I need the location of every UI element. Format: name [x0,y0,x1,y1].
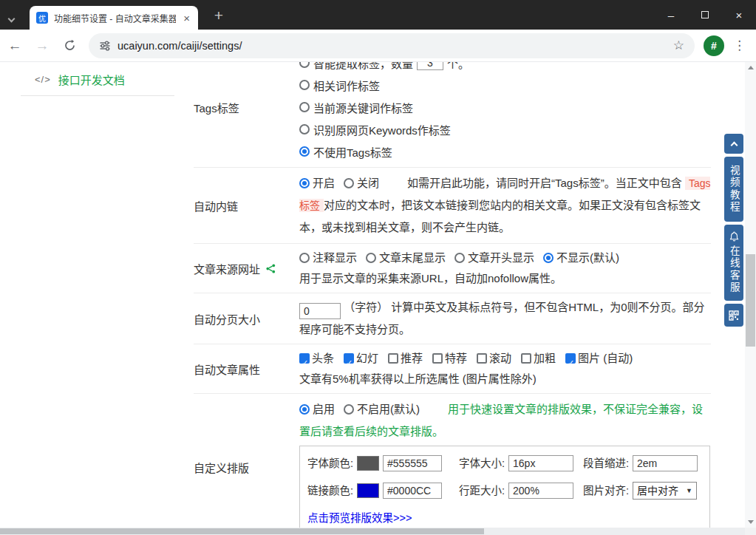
image-align-select[interactable]: 居中对齐 ▼ [633,482,697,500]
row-label-innerlink: 自动内链 [194,168,299,243]
tab-close-icon[interactable]: × [182,13,191,24]
attr-headline[interactable]: 头条 [299,348,334,369]
form-row-attributes: 自动文章属性 头条 幻灯 推荐 特荐 滚动 加粗 图片 (自动) 文章有5%机率… [194,344,711,394]
checkbox-icon[interactable] [388,353,398,364]
tags-option-source-keywords[interactable]: 当前源关键词作标签 [299,96,711,118]
tags-count-input[interactable] [417,62,443,70]
font-size-input[interactable] [508,455,573,471]
qr-code-icon [729,310,739,321]
video-tutorial-label: 视频教程 [729,165,739,214]
line-height-input[interactable] [508,483,573,499]
vertical-scrollbar-thumb[interactable] [746,254,755,347]
omnibox[interactable]: ucaiyun.com/caiji/settings/ ☆ [89,33,695,58]
checkbox-icon[interactable] [432,353,443,364]
source-header-radio[interactable] [454,253,465,263]
checkbox-checked-icon[interactable] [565,353,576,364]
indent-input[interactable] [633,455,698,471]
radio-icon[interactable] [299,62,310,68]
radio-icon[interactable] [299,102,310,112]
custom-disable-radio[interactable] [344,404,354,415]
site-settings-icon[interactable] [99,40,111,52]
row-label-attributes: 自动文章属性 [194,344,299,393]
checkbox-icon[interactable] [477,353,487,364]
attr-bold[interactable]: 加粗 [521,348,556,369]
source-hidden-radio[interactable] [543,253,554,263]
custom-enable-label: 启用 [313,403,335,415]
window-maximize-button[interactable] [688,0,722,30]
innerlink-on-radio[interactable] [299,178,310,188]
row-label-text: 自动分页大小 [194,311,260,327]
option-label: 相关词作标签 [313,78,380,93]
attr-scroll[interactable]: 滚动 [477,348,511,369]
sidebar-item-api-docs[interactable]: </> 接口开发文档 [35,72,125,87]
attr-image[interactable]: 图片 (自动) [565,348,633,369]
floating-side-panel: 视频教程 在线客服 [724,134,743,327]
link-color-swatch[interactable] [357,483,379,498]
pagination-size-input[interactable] [299,303,341,319]
form-row-custom-layout: 自定义排版 启用不启用(默认)用于快速设置文章的排版效果，不保证完全兼容，设置后… [194,394,711,528]
source-comment-radio[interactable] [299,253,310,263]
tags-option-page-keywords[interactable]: 识别原网页Keywords作标签 [299,118,711,140]
scroll-down-arrow-icon[interactable] [748,520,754,524]
bookmark-star-icon[interactable]: ☆ [673,38,684,53]
back-button[interactable]: ← [2,33,27,58]
tags-option-related-words[interactable]: 相关词作标签 [299,74,711,96]
code-icon: </> [35,74,51,85]
reload-icon [64,39,76,52]
online-service-button[interactable]: 在线客服 [724,225,743,301]
innerlink-off-radio[interactable] [344,178,354,188]
checkbox-checked-icon[interactable] [344,353,354,364]
source-footer-radio[interactable] [366,253,376,263]
online-service-label: 在线客服 [729,245,739,294]
attr-slide[interactable]: 幻灯 [344,348,378,369]
attributes-note: 文章有5%机率获得以上所选属性 (图片属性除外) [299,369,711,389]
checkbox-label: 滚动 [489,348,511,369]
checkbox-checked-icon[interactable] [299,353,310,364]
reload-button[interactable] [57,33,82,58]
form-row-pagination: 自动分页大小 （字符） 计算中英文及其标点符号，但不包含HTML，为0则不分页。… [194,293,711,344]
maximize-icon [701,11,709,18]
profile-avatar[interactable]: # [704,35,724,56]
tab-search-chevron-icon[interactable] [9,11,14,24]
sidebar-divider [21,95,174,96]
innerlink-help-text: 如需开启此功能，请同时开启“Tags标签”。当正文中包含 [407,177,682,189]
new-tab-button[interactable]: + [209,6,228,25]
video-tutorial-button[interactable]: 视频教程 [724,157,743,222]
browser-window: 优 功能细节设置 - 自动文章采集器 × + – × ← → ucaiyun.c… [0,0,756,535]
checkbox-label: 加粗 [534,348,556,369]
checkbox-label: 推荐 [401,348,423,369]
window-minimize-button[interactable]: – [654,0,688,30]
checkbox-icon[interactable] [521,353,531,364]
row-label-text: Tags标签 [194,100,239,115]
pagination-note: （字符） 计算中英文及其标点符号，但不包含HTML，为0则不分页。部分程序可能不… [299,301,705,335]
qr-code-button[interactable] [724,304,743,327]
browser-menu-icon[interactable]: ⋮ [733,38,746,53]
attr-featured[interactable]: 特荐 [432,348,467,369]
forward-button[interactable]: → [30,33,55,58]
radio-checked-icon[interactable] [299,146,310,157]
tags-option-smart-extract[interactable]: 智能提取标签，数量 个。 [299,62,711,74]
panel-collapse-button[interactable] [724,134,743,154]
preview-layout-link[interactable]: 点击预览排版效果>>> [307,507,412,528]
site-favicon-icon: 优 [36,12,48,24]
horizontal-scrollbar-thumb[interactable] [0,528,484,534]
font-color-swatch[interactable] [357,456,379,471]
scroll-up-arrow-icon[interactable] [748,66,754,69]
source-footer-label: 文章末尾显示 [379,251,446,264]
radio-icon[interactable] [299,124,310,134]
link-color-input[interactable] [383,483,442,499]
attr-recommend[interactable]: 推荐 [388,348,423,369]
browser-tab[interactable]: 优 功能细节设置 - 自动文章采集器 × [30,6,198,30]
font-color-input[interactable] [383,455,442,471]
horizontal-scrollbar[interactable] [0,528,745,535]
row-label-text: 文章来源网址 [194,261,260,276]
url-text[interactable]: ucaiyun.com/caiji/settings/ [118,40,667,52]
window-controls: – × [654,0,756,30]
vertical-scrollbar[interactable] [745,62,756,528]
innerlink-help-text: 对应的文本时，把该文本链接到您站内的相关文章。如果正文没有包含标签文本，或未找到… [299,199,701,234]
option-label: 当前源关键词作标签 [313,100,413,115]
window-close-button[interactable]: × [722,0,756,30]
radio-icon[interactable] [299,80,310,90]
custom-enable-radio[interactable] [299,404,310,415]
tags-option-disable[interactable]: 不使用Tags标签 [299,140,711,163]
